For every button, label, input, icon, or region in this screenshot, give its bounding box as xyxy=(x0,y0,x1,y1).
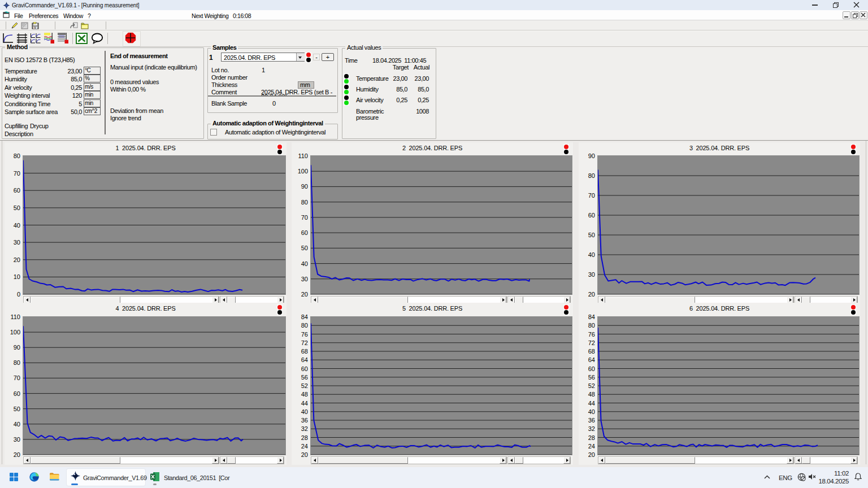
svg-text:M: M xyxy=(34,26,36,29)
